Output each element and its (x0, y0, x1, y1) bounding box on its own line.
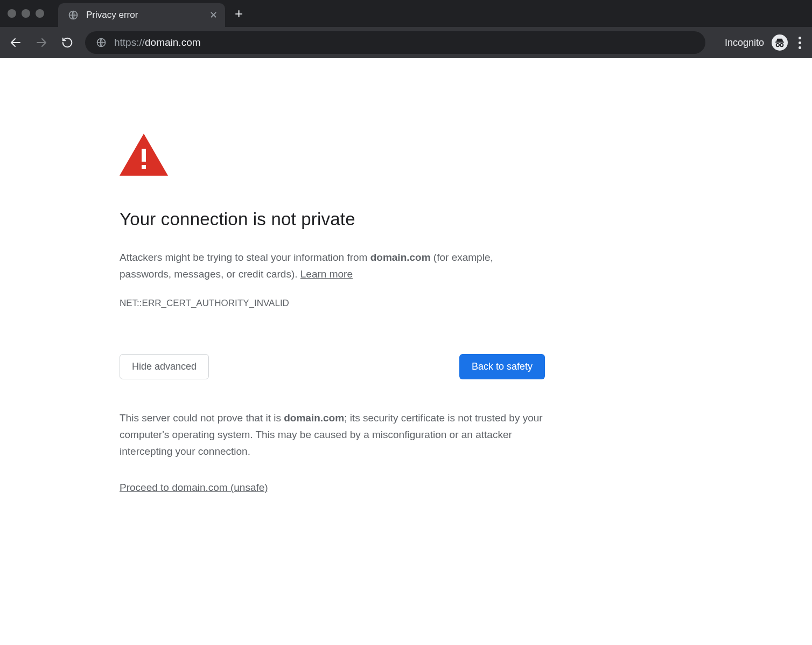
reload-button[interactable] (59, 34, 75, 51)
window-close-dot[interactable] (8, 9, 16, 18)
browser-tab[interactable]: Privacy error ✕ (58, 3, 225, 27)
warning-triangle-icon (120, 134, 168, 176)
tab-title: Privacy error (86, 10, 202, 20)
toolbar-right-cluster: Incognito (725, 34, 804, 51)
hide-advanced-button[interactable]: Hide advanced (120, 354, 209, 379)
close-icon[interactable]: ✕ (209, 10, 218, 20)
browser-chrome: Privacy error ✕ + https://domain.com (0, 0, 812, 58)
proceed-unsafe-link[interactable]: Proceed to domain.com (unsafe) (120, 482, 268, 494)
url-text: https://domain.com (114, 37, 201, 48)
ssl-interstitial: Your connection is not private Attackers… (120, 134, 545, 494)
svg-rect-10 (142, 165, 146, 169)
toolbar: https://domain.com Incognito (0, 27, 812, 58)
window-zoom-dot[interactable] (36, 9, 44, 18)
page-title: Your connection is not private (120, 209, 545, 230)
incognito-icon[interactable] (772, 34, 788, 51)
site-info-icon[interactable] (96, 37, 107, 48)
url-scheme: https:// (114, 37, 145, 48)
error-code: NET::ERR_CERT_AUTHORITY_INVALID (120, 298, 545, 309)
incognito-label: Incognito (725, 37, 764, 48)
window-minimize-dot[interactable] (22, 9, 30, 18)
adv-domain: domain.com (284, 412, 344, 424)
forward-button[interactable] (33, 34, 50, 51)
warn-domain: domain.com (370, 252, 431, 263)
warn-text-pre: Attackers might be trying to steal your … (120, 252, 370, 263)
address-bar[interactable]: https://domain.com (85, 31, 705, 54)
adv-text-pre: This server could not prove that it is (120, 412, 284, 424)
url-host: domain.com (145, 37, 201, 48)
learn-more-link[interactable]: Learn more (300, 268, 353, 280)
advanced-paragraph: This server could not prove that it is d… (120, 410, 545, 460)
svg-point-5 (776, 44, 780, 47)
new-tab-button[interactable]: + (235, 6, 243, 20)
svg-point-6 (780, 44, 783, 47)
globe-icon (68, 10, 79, 20)
menu-button[interactable] (795, 34, 804, 51)
back-button[interactable] (8, 34, 24, 51)
window-controls (8, 9, 44, 18)
svg-rect-4 (775, 41, 785, 43)
warning-paragraph: Attackers might be trying to steal your … (120, 249, 545, 283)
back-to-safety-button[interactable]: Back to safety (459, 354, 545, 379)
page-content: Your connection is not private Attackers… (0, 58, 812, 645)
tab-strip: Privacy error ✕ + (0, 0, 812, 27)
button-row: Hide advanced Back to safety (120, 354, 545, 379)
svg-rect-9 (142, 149, 146, 162)
